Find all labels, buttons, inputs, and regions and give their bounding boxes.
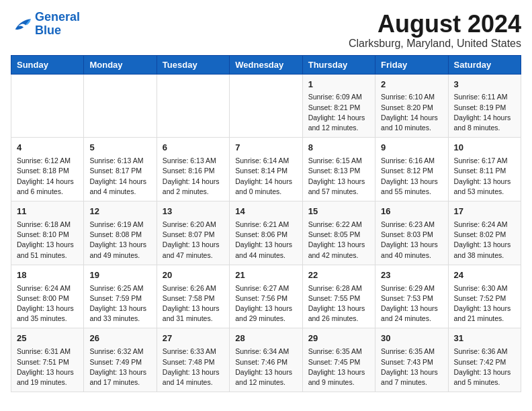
calendar-cell: 20Sunrise: 6:26 AM Sunset: 7:58 PM Dayli… [157,265,229,328]
calendar-cell: 17Sunrise: 6:24 AM Sunset: 8:02 PM Dayli… [448,201,521,265]
day-number: 24 [454,269,515,282]
day-number: 10 [454,142,515,154]
day-info: Sunrise: 6:19 AM Sunset: 8:08 PM Dayligh… [89,220,150,261]
day-number: 27 [163,332,224,345]
day-number: 2 [381,79,442,91]
calendar-week-5: 25Sunrise: 6:31 AM Sunset: 7:51 PM Dayli… [11,328,521,392]
page-header: General Blue August 2024 Clarksburg, Mar… [11,11,521,50]
day-number: 12 [89,205,150,218]
calendar-cell: 9Sunrise: 6:16 AM Sunset: 8:12 PM Daylig… [375,138,448,201]
calendar-cell: 27Sunrise: 6:33 AM Sunset: 7:48 PM Dayli… [157,328,229,392]
calendar-cell: 23Sunrise: 6:29 AM Sunset: 7:53 PM Dayli… [375,265,448,328]
day-number: 5 [89,142,150,154]
calendar-cell: 29Sunrise: 6:35 AM Sunset: 7:45 PM Dayli… [302,328,375,392]
day-number: 14 [235,205,296,218]
day-number: 17 [454,205,515,218]
calendar-cell: 14Sunrise: 6:21 AM Sunset: 8:06 PM Dayli… [230,201,302,265]
calendar-cell: 4Sunrise: 6:12 AM Sunset: 8:18 PM Daylig… [11,138,84,201]
day-number: 3 [454,79,515,91]
day-info: Sunrise: 6:16 AM Sunset: 8:12 PM Dayligh… [381,156,442,197]
day-number: 15 [308,205,369,218]
weekday-header-wednesday: Wednesday [230,55,302,74]
day-number: 23 [381,269,442,282]
day-info: Sunrise: 6:29 AM Sunset: 7:53 PM Dayligh… [381,283,442,324]
day-info: Sunrise: 6:22 AM Sunset: 8:05 PM Dayligh… [308,220,369,261]
day-number: 9 [381,142,442,154]
day-number: 31 [454,332,515,345]
day-info: Sunrise: 6:11 AM Sunset: 8:19 PM Dayligh… [454,92,515,133]
calendar-cell: 2Sunrise: 6:10 AM Sunset: 8:20 PM Daylig… [375,74,448,138]
day-info: Sunrise: 6:13 AM Sunset: 8:16 PM Dayligh… [163,156,224,197]
calendar-cell: 30Sunrise: 6:35 AM Sunset: 7:43 PM Dayli… [375,328,448,392]
weekday-header-tuesday: Tuesday [157,55,229,74]
calendar-cell [157,74,229,138]
calendar-week-2: 4Sunrise: 6:12 AM Sunset: 8:18 PM Daylig… [11,138,521,201]
day-info: Sunrise: 6:14 AM Sunset: 8:14 PM Dayligh… [235,156,296,197]
calendar-cell: 6Sunrise: 6:13 AM Sunset: 8:16 PM Daylig… [157,138,229,201]
day-info: Sunrise: 6:34 AM Sunset: 7:46 PM Dayligh… [235,347,296,387]
day-number: 30 [381,332,442,345]
day-info: Sunrise: 6:20 AM Sunset: 8:07 PM Dayligh… [163,220,224,261]
calendar-cell [84,74,157,138]
weekday-header-friday: Friday [375,55,448,74]
day-info: Sunrise: 6:24 AM Sunset: 8:00 PM Dayligh… [17,283,78,324]
day-number: 26 [89,332,150,345]
day-number: 4 [17,142,78,154]
day-info: Sunrise: 6:26 AM Sunset: 7:58 PM Dayligh… [163,283,224,324]
calendar-cell: 3Sunrise: 6:11 AM Sunset: 8:19 PM Daylig… [448,74,521,138]
logo: General Blue [11,11,80,38]
calendar-cell [11,74,84,138]
calendar-cell: 19Sunrise: 6:25 AM Sunset: 7:59 PM Dayli… [84,265,157,328]
calendar-cell: 5Sunrise: 6:13 AM Sunset: 8:17 PM Daylig… [84,138,157,201]
day-info: Sunrise: 6:24 AM Sunset: 8:02 PM Dayligh… [454,220,515,261]
day-info: Sunrise: 6:12 AM Sunset: 8:18 PM Dayligh… [17,156,78,197]
day-info: Sunrise: 6:18 AM Sunset: 8:10 PM Dayligh… [17,220,78,261]
day-info: Sunrise: 6:35 AM Sunset: 7:43 PM Dayligh… [381,347,442,387]
calendar-cell: 1Sunrise: 6:09 AM Sunset: 8:21 PM Daylig… [302,74,375,138]
day-number: 1 [308,79,369,91]
day-info: Sunrise: 6:10 AM Sunset: 8:20 PM Dayligh… [381,92,442,133]
calendar-title-block: August 2024 Clarksburg, Maryland, United… [349,11,521,50]
calendar-cell: 25Sunrise: 6:31 AM Sunset: 7:51 PM Dayli… [11,328,84,392]
weekday-header-saturday: Saturday [448,55,521,74]
calendar-cell: 28Sunrise: 6:34 AM Sunset: 7:46 PM Dayli… [230,328,302,392]
calendar-cell: 18Sunrise: 6:24 AM Sunset: 8:00 PM Dayli… [11,265,84,328]
calendar-cell: 7Sunrise: 6:14 AM Sunset: 8:14 PM Daylig… [230,138,302,201]
day-info: Sunrise: 6:30 AM Sunset: 7:52 PM Dayligh… [454,283,515,324]
day-number: 25 [17,332,78,345]
day-info: Sunrise: 6:13 AM Sunset: 8:17 PM Dayligh… [89,156,150,197]
calendar-cell: 8Sunrise: 6:15 AM Sunset: 8:13 PM Daylig… [302,138,375,201]
day-number: 19 [89,269,150,282]
day-info: Sunrise: 6:35 AM Sunset: 7:45 PM Dayligh… [308,347,369,387]
calendar-cell: 13Sunrise: 6:20 AM Sunset: 8:07 PM Dayli… [157,201,229,265]
day-info: Sunrise: 6:32 AM Sunset: 7:49 PM Dayligh… [89,347,150,387]
day-number: 6 [163,142,224,154]
calendar-week-3: 11Sunrise: 6:18 AM Sunset: 8:10 PM Dayli… [11,201,521,265]
logo-icon [11,15,32,34]
day-number: 16 [381,205,442,218]
weekday-header-row: SundayMondayTuesdayWednesdayThursdayFrid… [11,55,521,74]
calendar-cell: 15Sunrise: 6:22 AM Sunset: 8:05 PM Dayli… [302,201,375,265]
calendar-table: SundayMondayTuesdayWednesdayThursdayFrid… [11,55,521,393]
day-info: Sunrise: 6:17 AM Sunset: 8:11 PM Dayligh… [454,156,515,197]
calendar-title: August 2024 [349,11,521,38]
day-info: Sunrise: 6:25 AM Sunset: 7:59 PM Dayligh… [89,283,150,324]
day-number: 18 [17,269,78,282]
calendar-cell: 24Sunrise: 6:30 AM Sunset: 7:52 PM Dayli… [448,265,521,328]
calendar-cell: 12Sunrise: 6:19 AM Sunset: 8:08 PM Dayli… [84,201,157,265]
day-number: 11 [17,205,78,218]
calendar-cell: 10Sunrise: 6:17 AM Sunset: 8:11 PM Dayli… [448,138,521,201]
day-number: 7 [235,142,296,154]
day-info: Sunrise: 6:36 AM Sunset: 7:42 PM Dayligh… [454,347,515,387]
day-number: 8 [308,142,369,154]
calendar-subtitle: Clarksburg, Maryland, United States [349,38,521,50]
weekday-header-sunday: Sunday [11,55,84,74]
calendar-cell: 22Sunrise: 6:28 AM Sunset: 7:55 PM Dayli… [302,265,375,328]
day-info: Sunrise: 6:21 AM Sunset: 8:06 PM Dayligh… [235,220,296,261]
calendar-cell: 21Sunrise: 6:27 AM Sunset: 7:56 PM Dayli… [230,265,302,328]
day-number: 13 [163,205,224,218]
calendar-cell: 31Sunrise: 6:36 AM Sunset: 7:42 PM Dayli… [448,328,521,392]
day-number: 20 [163,269,224,282]
day-info: Sunrise: 6:09 AM Sunset: 8:21 PM Dayligh… [308,92,369,133]
day-info: Sunrise: 6:23 AM Sunset: 8:03 PM Dayligh… [381,220,442,261]
